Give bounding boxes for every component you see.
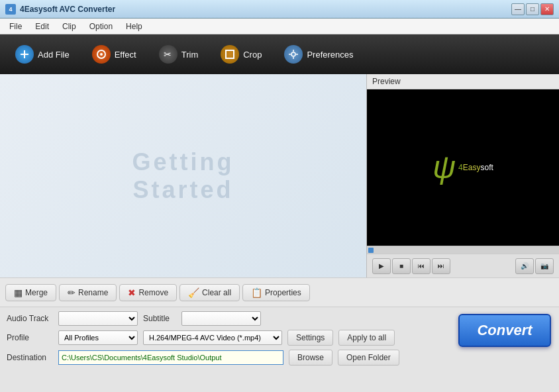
convert-area: Convert <box>458 314 551 347</box>
clear-all-icon: 🧹 <box>188 287 199 298</box>
svg-rect-5 <box>226 50 234 58</box>
prev-button[interactable]: ⏮ <box>412 258 431 274</box>
effect-icon <box>92 45 111 64</box>
preferences-icon <box>284 45 303 64</box>
getting-started-placeholder: Getting Started <box>91 148 275 204</box>
preview-seekbar[interactable] <box>367 246 559 254</box>
destination-input[interactable] <box>58 350 283 365</box>
remove-button[interactable]: ✖ Remove <box>119 284 177 301</box>
remove-icon: ✖ <box>128 287 136 298</box>
menu-file[interactable]: File <box>3 21 28 32</box>
merge-button[interactable]: ▦ Merge <box>5 284 56 301</box>
profile-label: Profile <box>7 333 53 342</box>
logo-soft: soft <box>480 163 493 172</box>
preview-video: ψ 4Easysoft <box>367 89 559 246</box>
svg-point-6 <box>291 52 295 56</box>
profile-select[interactable]: All Profiles <box>58 330 138 345</box>
close-button[interactable]: ✕ <box>540 3 554 15</box>
svg-text:✂: ✂ <box>164 49 172 60</box>
playback-controls: ▶ ■ ⏮ ⏭ <box>372 258 450 274</box>
effect-label: Effect <box>115 50 136 60</box>
preferences-button[interactable]: Preferences <box>274 40 363 68</box>
bottom-section: Audio Track Subtitle Profile All Profile… <box>0 307 559 392</box>
title-bar: 4 4Easysoft AVC Converter — □ ✕ <box>0 0 559 19</box>
logo-4: 4 <box>458 163 463 172</box>
audio-track-select[interactable] <box>58 311 138 326</box>
toolbar: Add File Effect ✂ Trim Crop Preferences <box>0 34 559 74</box>
main-area: Getting Started Preview ψ 4Easysoft ▶ ■ … <box>0 74 559 278</box>
app-title: 4Easysoft AVC Converter <box>20 5 115 14</box>
destination-label: Destination <box>7 353 53 362</box>
open-folder-button[interactable]: Open Folder <box>338 350 399 366</box>
add-file-button[interactable]: Add File <box>5 40 79 68</box>
properties-button[interactable]: 📋 Properties <box>242 284 310 301</box>
file-panel: Getting Started <box>0 74 367 277</box>
next-button[interactable]: ⏭ <box>432 258 450 274</box>
menu-option[interactable]: Option <box>83 21 119 32</box>
menu-clip[interactable]: Clip <box>56 21 83 32</box>
app-icon: 4 <box>5 4 16 15</box>
trim-label: Trim <box>181 50 199 60</box>
title-text: 4 4Easysoft AVC Converter <box>5 4 115 15</box>
minimize-button[interactable]: — <box>511 3 525 15</box>
subtitle-label: Subtitle <box>143 314 176 323</box>
crop-label: Crop <box>243 50 262 60</box>
svg-rect-1 <box>24 50 25 58</box>
maximize-button[interactable]: □ <box>526 3 539 15</box>
media-controls: 🔊 📷 <box>515 258 554 274</box>
placeholder-text: Getting Started <box>91 148 275 204</box>
rename-label: Rename <box>78 288 108 297</box>
bottom-toolbar: ▦ Merge ✏ Rename ✖ Remove 🧹 Clear all 📋 … <box>0 278 559 307</box>
merge-label: Merge <box>25 288 48 297</box>
format-select[interactable]: H.264/MPEG-4 AVC Video (*.mp4) <box>143 330 282 345</box>
preview-controls: ▶ ■ ⏮ ⏭ 🔊 📷 <box>367 254 559 277</box>
logo-easy: Easy <box>463 163 481 172</box>
convert-button[interactable]: Convert <box>458 314 551 347</box>
snapshot-button[interactable]: 📷 <box>535 258 554 274</box>
properties-label: Properties <box>265 288 301 297</box>
add-file-icon <box>15 45 34 64</box>
settings-button[interactable]: Settings <box>287 330 333 346</box>
menu-bar: File Edit Clip Option Help <box>0 19 559 34</box>
volume-button[interactable]: 🔊 <box>515 258 534 274</box>
preview-panel: Preview ψ 4Easysoft ▶ ■ ⏮ ⏭ 🔊 📷 <box>367 74 559 277</box>
stop-button[interactable]: ■ <box>392 258 411 274</box>
rename-button[interactable]: ✏ Rename <box>59 284 117 301</box>
trim-button[interactable]: ✂ Trim <box>149 40 209 68</box>
svg-point-3 <box>100 53 103 56</box>
remove-label: Remove <box>138 288 168 297</box>
window-controls: — □ ✕ <box>511 3 554 15</box>
browse-button[interactable]: Browse <box>289 350 332 366</box>
clear-all-label: Clear all <box>202 288 231 297</box>
destination-row: Destination Browse Open Folder <box>7 350 552 366</box>
menu-help[interactable]: Help <box>119 21 149 32</box>
add-file-label: Add File <box>38 50 70 60</box>
play-button[interactable]: ▶ <box>372 258 391 274</box>
preview-label: Preview <box>367 74 559 89</box>
preview-logo: ψ 4Easysoft <box>432 152 493 183</box>
menu-edit[interactable]: Edit <box>28 21 56 32</box>
subtitle-select[interactable] <box>181 311 261 326</box>
preferences-label: Preferences <box>307 50 353 60</box>
trim-icon: ✂ <box>159 45 178 64</box>
effect-button[interactable]: Effect <box>82 40 146 68</box>
merge-icon: ▦ <box>14 287 23 298</box>
crop-button[interactable]: Crop <box>211 40 272 68</box>
rename-icon: ✏ <box>68 287 76 298</box>
logo-symbol: ψ <box>432 152 456 183</box>
crop-icon <box>221 45 239 64</box>
properties-icon: 📋 <box>251 287 262 298</box>
audio-track-label: Audio Track <box>7 314 53 323</box>
clear-all-button[interactable]: 🧹 Clear all <box>179 284 240 301</box>
seek-thumb[interactable] <box>368 248 374 253</box>
apply-to-all-button[interactable]: Apply to all <box>338 330 395 346</box>
